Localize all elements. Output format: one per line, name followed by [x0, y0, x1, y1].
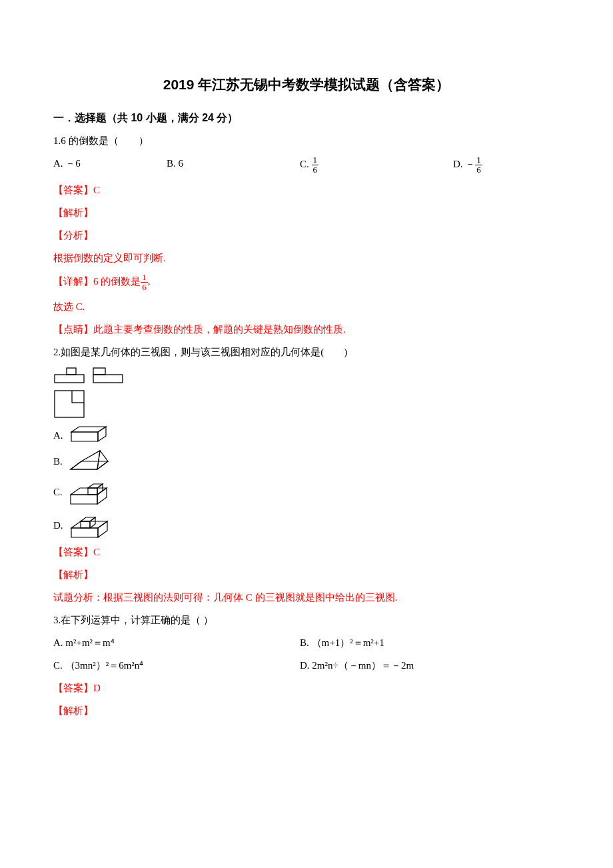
q2-c-label: C.	[53, 484, 63, 500]
q3-option-a: A. m²+m²＝m⁴	[53, 635, 300, 651]
q1-dianjing: 【点睛】此题主要考查倒数的性质，解题的关键是熟知倒数的性质.	[53, 321, 560, 337]
q3-option-b: B. （m+1）²＝m²+1	[300, 635, 560, 651]
q2-analysis: 试题分析：根据三视图的法则可得：几何体 C 的三视图就是图中给出的三视图.	[53, 589, 560, 605]
svg-marker-17	[88, 488, 97, 495]
q2-jiexi: 【解析】	[53, 567, 560, 583]
svg-marker-18	[97, 484, 103, 495]
frac-num: 1	[312, 155, 319, 165]
fraction: 16	[312, 155, 319, 175]
frac-den: 6	[312, 165, 319, 175]
side-view-icon	[92, 367, 125, 385]
svg-rect-3	[93, 368, 105, 375]
q1-option-c: C. 16	[300, 155, 453, 175]
q2-three-views	[53, 367, 560, 385]
svg-marker-24	[81, 521, 90, 528]
front-view-icon	[53, 367, 87, 385]
q1-option-a: A. －6	[53, 155, 167, 175]
q2-top-view	[53, 389, 560, 420]
q3-options-row1: A. m²+m²＝m⁴ B. （m+1）²＝m²+1	[53, 635, 560, 651]
svg-marker-11	[71, 451, 100, 469]
step-solid-d-icon	[69, 511, 113, 540]
svg-rect-2	[93, 375, 123, 383]
q2-option-c: C.	[53, 477, 560, 507]
q2-option-a: A.	[53, 425, 560, 445]
q2-option-b: B.	[53, 449, 560, 473]
svg-marker-8	[71, 432, 98, 441]
page-title: 2019 年江苏无锡中考数学模拟试题（含答案）	[53, 73, 560, 96]
q2-d-label: D.	[53, 517, 63, 533]
fraction: 16	[141, 273, 148, 293]
q1-fenxi-text: 根据倒数的定义即可判断.	[53, 250, 560, 266]
top-view-icon	[53, 389, 87, 420]
q1-stem: 1.6 的倒数是（ ）	[53, 133, 560, 149]
q1-detail-suffix: ,	[148, 276, 151, 287]
q1-option-d: D. －16	[453, 155, 560, 175]
q3-stem: 3.在下列运算中，计算正确的是（ ）	[53, 612, 560, 628]
q3-option-d: D. 2m²n÷（－mn）＝－2m	[300, 657, 560, 673]
svg-rect-4	[55, 391, 84, 417]
q3-options-row2: C. （3mn²）²＝6m²n⁴ D. 2m²n÷（－mn）＝－2m	[53, 657, 560, 673]
svg-marker-12	[97, 451, 108, 469]
svg-marker-14	[71, 495, 97, 504]
step-solid-c-icon	[68, 477, 112, 507]
q3-jiexi: 【解析】	[53, 703, 560, 719]
q1-option-b: B. 6	[167, 155, 300, 175]
svg-marker-7	[71, 427, 106, 432]
q1-c-prefix: C.	[300, 159, 312, 169]
frac-den: 6	[141, 283, 148, 292]
q3-option-c: C. （3mn²）²＝6m²n⁴	[53, 657, 300, 673]
svg-marker-23	[90, 517, 95, 528]
q1-d-prefix: D. －	[453, 159, 475, 169]
q1-conclude: 故选 C.	[53, 299, 560, 315]
q2-answer: 【答案】C	[53, 544, 560, 560]
cuboid-icon	[69, 425, 109, 445]
fraction: 16	[475, 155, 482, 175]
svg-marker-20	[71, 528, 98, 537]
wedge-icon	[68, 449, 111, 473]
q2-stem: 2.如图是某几何体的三视图，则与该三视图相对应的几何体是( )	[53, 344, 560, 360]
svg-rect-1	[67, 368, 76, 375]
q2-b-label: B.	[53, 453, 63, 469]
q2-option-d: D.	[53, 511, 560, 540]
q1-options: A. －6 B. 6 C. 16 D. －16	[53, 155, 560, 175]
svg-marker-9	[98, 427, 106, 441]
svg-marker-21	[98, 521, 107, 537]
frac-num: 1	[475, 155, 482, 165]
q2-a-label: A.	[53, 427, 63, 443]
q3-answer: 【答案】D	[53, 680, 560, 696]
q1-detail-prefix: 【详解】6 的倒数是	[53, 276, 141, 287]
q1-jiexi: 【解析】	[53, 205, 560, 221]
frac-den: 6	[475, 165, 482, 175]
svg-rect-0	[55, 375, 84, 383]
frac-num: 1	[141, 273, 148, 283]
q1-detail: 【详解】6 的倒数是16,	[53, 273, 560, 293]
section-header: 一．选择题（共 10 小题，满分 24 分）	[53, 109, 560, 127]
q1-fenxi: 【分析】	[53, 227, 560, 243]
svg-marker-15	[97, 488, 107, 504]
q1-answer: 【答案】C	[53, 182, 560, 198]
svg-marker-19	[71, 521, 107, 528]
